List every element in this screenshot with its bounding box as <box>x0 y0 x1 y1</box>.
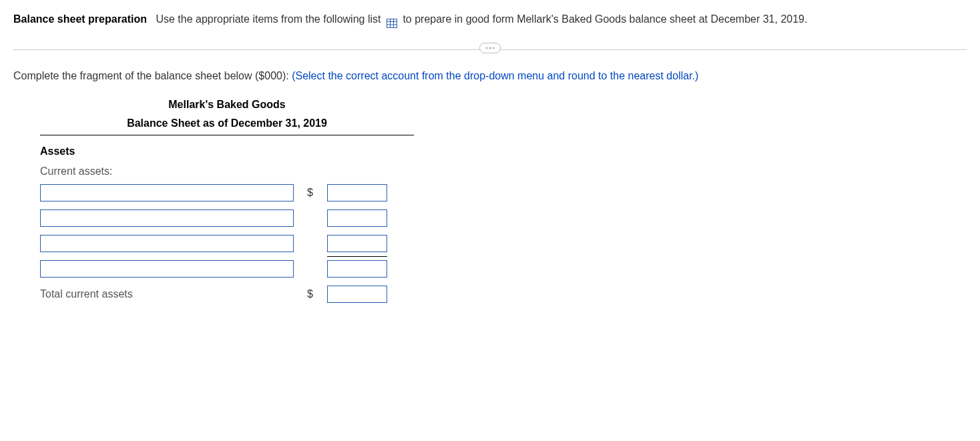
instruction-text: Complete the fragment of the balance she… <box>13 70 967 82</box>
total-current-assets-label: Total current assets <box>40 288 133 300</box>
assets-heading: Assets <box>40 145 414 157</box>
value-input[interactable] <box>327 184 387 201</box>
asset-row <box>40 209 414 227</box>
value-input[interactable] <box>327 235 387 252</box>
balance-sheet: Mellark's Baked Goods Balance Sheet as o… <box>40 99 414 303</box>
asset-row <box>40 260 414 278</box>
dollar-sign: $ <box>307 288 327 300</box>
table-icon[interactable] <box>387 15 397 25</box>
total-row: Total current assets $ <box>40 286 414 303</box>
intro-text: Balance sheet preparation Use the approp… <box>13 10 967 29</box>
total-value-input[interactable] <box>327 286 387 303</box>
subtotal-rule <box>327 256 387 257</box>
asset-row <box>40 235 414 252</box>
instruction-blue: (Select the correct account from the dro… <box>292 70 698 81</box>
account-dropdown[interactable] <box>40 260 294 278</box>
intro-bold: Balance sheet preparation <box>13 13 147 25</box>
current-assets-label: Current assets: <box>40 165 414 177</box>
intro-before-icon: Use the appropriate items from the follo… <box>156 13 381 25</box>
instruction-plain: Complete the fragment of the balance she… <box>13 70 292 81</box>
ellipsis-icon <box>486 47 494 49</box>
section-divider <box>13 49 967 50</box>
intro-after-icon: to prepare in good form Mellark's Baked … <box>403 13 807 25</box>
svg-rect-0 <box>387 19 397 27</box>
account-dropdown[interactable] <box>40 235 294 252</box>
account-dropdown[interactable] <box>40 209 294 227</box>
asset-row: $ <box>40 184 414 201</box>
sheet-title: Balance Sheet as of December 31, 2019 <box>40 117 414 135</box>
company-name: Mellark's Baked Goods <box>40 99 414 111</box>
expand-button[interactable] <box>479 43 501 53</box>
value-input[interactable] <box>327 260 387 278</box>
account-dropdown[interactable] <box>40 184 294 201</box>
value-input[interactable] <box>327 209 387 227</box>
dollar-sign: $ <box>307 187 327 199</box>
